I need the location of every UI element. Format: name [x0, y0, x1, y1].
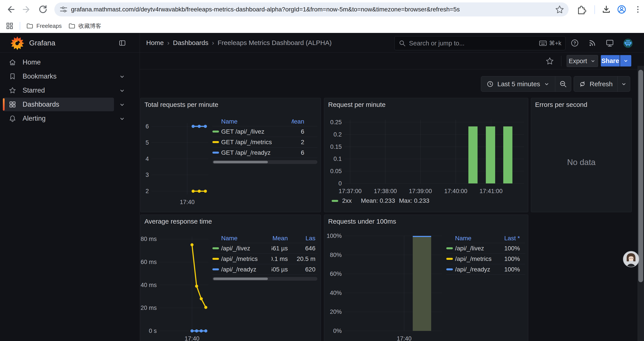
scrollbar-thumb[interactable] — [638, 70, 643, 282]
panel-total-requests: Total requests per minute 6543217:40 Nam… — [140, 98, 321, 212]
series-color-pill[interactable] — [212, 152, 219, 154]
sidebar-item-dashboards[interactable]: Dashboards — [3, 98, 114, 111]
data-point — [192, 190, 195, 193]
legend-series-name[interactable]: /api/_/metrics — [455, 254, 501, 264]
rss-icon[interactable] — [588, 39, 597, 47]
downloads-icon[interactable] — [602, 5, 611, 14]
legend-header[interactable]: Name — [455, 234, 501, 243]
chevron-down-icon[interactable] — [119, 87, 126, 94]
legend-series-name[interactable]: /api/_/livez — [455, 243, 501, 254]
chevron-down-icon[interactable] — [119, 101, 126, 108]
reload-icon[interactable] — [38, 5, 48, 14]
data-point — [195, 329, 198, 332]
search-input[interactable]: Search or jump to... ⌘+k — [394, 36, 566, 50]
sidebar-toggle-icon[interactable] — [118, 39, 126, 47]
sidebar-item-home[interactable]: Home — [3, 56, 114, 69]
search-placeholder: Search or jump to... — [409, 40, 539, 47]
monitor-icon[interactable] — [606, 39, 614, 47]
breadcrumb-dashboards[interactable]: Dashboards — [173, 39, 208, 47]
series-color-pill[interactable] — [446, 258, 453, 260]
profile-icon[interactable] — [617, 5, 626, 14]
sidebar-item-bookmarks[interactable]: Bookmarks — [3, 70, 114, 83]
chevron-down-icon[interactable] — [119, 73, 126, 80]
favorite-star-icon[interactable] — [546, 57, 554, 65]
time-range-picker[interactable]: Last 5 minutes — [481, 80, 555, 88]
legend-header[interactable]: Mean — [292, 117, 318, 126]
legend-value: 646 — [294, 243, 318, 254]
refresh-interval-button[interactable] — [618, 81, 630, 87]
legend-scrollbar[interactable] — [212, 160, 318, 164]
site-info-icon[interactable] — [59, 5, 68, 14]
legend-header[interactable]: Las — [294, 234, 318, 243]
export-button[interactable]: Export — [566, 55, 598, 67]
brand-name[interactable]: Grafana — [29, 38, 55, 48]
legend-series-name[interactable]: /api/_/livez — [221, 243, 272, 254]
star-icon — [9, 87, 16, 94]
zoom-out-button[interactable] — [555, 80, 571, 88]
extensions-icon[interactable] — [576, 5, 586, 14]
legend-header[interactable]: Last * — [501, 234, 525, 243]
page-scrollbar[interactable] — [638, 66, 644, 341]
series-color-pill[interactable] — [212, 247, 219, 249]
legend-series-name[interactable]: GET /api/_/livez — [221, 126, 292, 137]
legend-inline: 2xx Mean: 0.233 Max: 0.233 — [332, 197, 430, 204]
bookmark-folder-freeleaps[interactable]: Freeleaps — [26, 19, 62, 33]
series-color-pill[interactable] — [332, 200, 338, 202]
back-icon[interactable] — [6, 5, 15, 14]
series-color-pill[interactable] — [212, 268, 219, 270]
legend-series-name[interactable]: /api/_/readyz — [221, 264, 272, 275]
share-button[interactable]: Share — [601, 55, 620, 67]
time-range-label: Last 5 minutes — [497, 80, 540, 88]
refresh-icon — [579, 80, 586, 88]
panel-errors-per-second: Errors per second No data — [531, 98, 632, 212]
data-point — [198, 125, 201, 128]
scrollbar-thumb[interactable] — [213, 161, 268, 163]
data-point — [192, 125, 195, 128]
legend-scrollbar[interactable] — [212, 277, 318, 281]
home-icon — [9, 59, 16, 66]
bookmark-icon — [9, 73, 16, 80]
apps-grid-icon[interactable] — [6, 22, 14, 30]
screen: grafana.mathmast.com/d/deytv4rwavabkb/fr… — [0, 0, 644, 341]
series-color-pill[interactable] — [212, 131, 219, 133]
browser-menu-icon[interactable] — [633, 5, 643, 14]
series-color-pill[interactable] — [212, 141, 219, 143]
legend-series-name[interactable]: 2xx — [342, 197, 352, 204]
search-icon — [398, 40, 406, 47]
legend-series-name[interactable]: GET /api/_/readyz — [221, 147, 292, 158]
refresh-label: Refresh — [590, 80, 613, 88]
series-color-pill[interactable] — [446, 247, 453, 249]
legend-series-name[interactable]: /api/_/readyz — [455, 264, 501, 275]
legend-max: Max: 0.233 — [399, 197, 430, 204]
refresh-button[interactable]: Refresh — [574, 80, 618, 88]
forward-icon[interactable] — [22, 5, 32, 14]
legend-series-name[interactable]: GET /api/_/metrics — [221, 137, 292, 147]
breadcrumb-home[interactable]: Home — [146, 39, 164, 47]
scrollbar-thumb[interactable] — [213, 278, 268, 280]
refresh-controls: Refresh — [574, 76, 630, 92]
chevron-down-icon[interactable] — [119, 115, 126, 122]
user-avatar[interactable] — [624, 39, 632, 48]
share-menu-button[interactable] — [620, 55, 631, 67]
floating-assistant-avatar[interactable] — [623, 251, 639, 267]
legend-header[interactable]: Name — [221, 234, 272, 243]
series-color-pill[interactable] — [212, 258, 219, 260]
chart-svg — [140, 98, 217, 203]
grafana-logo[interactable] — [10, 36, 24, 50]
bookmark-folder-blogs[interactable]: 收藏博客 — [68, 19, 101, 33]
svg-text:?: ? — [574, 41, 576, 46]
breadcrumb-separator: › — [208, 39, 218, 47]
bookmark-star-icon[interactable] — [555, 5, 564, 14]
legend-header[interactable]: Mean — [272, 234, 294, 243]
legend-value: 620 — [294, 264, 318, 275]
url-text[interactable]: grafana.mathmast.com/d/deytv4rwavabkb/fr… — [71, 3, 551, 17]
sidebar-item-alerting[interactable]: Alerting — [3, 112, 114, 125]
help-icon[interactable]: ? — [570, 39, 579, 47]
legend-header[interactable]: Name — [221, 117, 292, 126]
sidebar-item-starred[interactable]: Starred — [3, 84, 114, 97]
panel-title[interactable]: Errors per second — [535, 101, 587, 108]
url-bar[interactable]: grafana.mathmast.com/d/deytv4rwavabkb/fr… — [54, 3, 568, 17]
zoom-out-icon — [559, 80, 567, 88]
legend-series-name[interactable]: /api/_/metrics — [221, 254, 272, 264]
series-color-pill[interactable] — [446, 268, 453, 270]
